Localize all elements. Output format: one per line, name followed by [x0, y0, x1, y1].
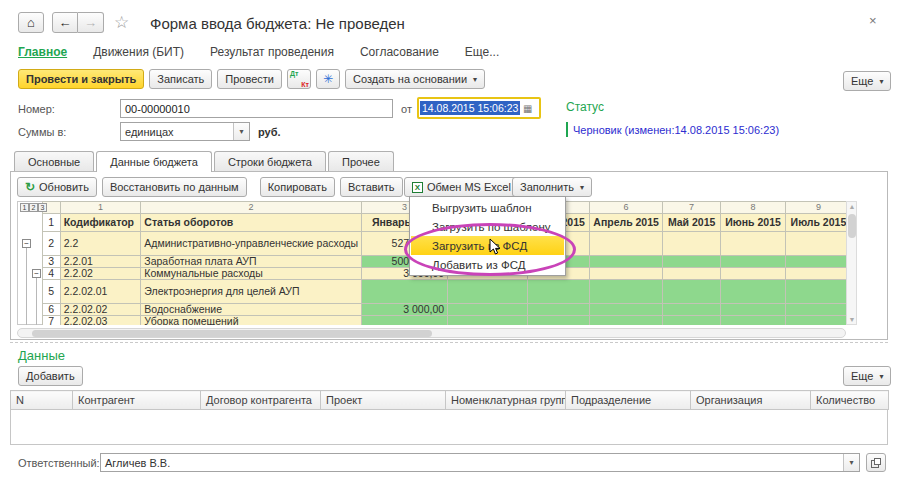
grid-cell-month-3[interactable]	[590, 268, 663, 280]
grid-cell-month-5[interactable]	[721, 232, 785, 256]
tab-0[interactable]: Основные	[14, 151, 94, 171]
grid-cell-month-2[interactable]	[528, 304, 590, 316]
grid-header-8[interactable]: Июль 2015	[785, 214, 851, 232]
post-and-close-button[interactable]: Провести и закрыть	[18, 69, 144, 89]
data-column-header-4[interactable]: Номенклатурная группа	[446, 391, 566, 410]
nav-item-0[interactable]: Главное	[18, 45, 67, 59]
grid-cell-month-3[interactable]	[590, 304, 663, 316]
grid-cell-month-4[interactable]	[662, 304, 720, 316]
grid-cell-month-0[interactable]	[361, 280, 447, 304]
grid-cell-month-4[interactable]	[662, 280, 720, 304]
data-column-header-2[interactable]: Договор контрагента	[201, 391, 321, 410]
grid-horizontal-scrollbar[interactable]	[17, 328, 846, 338]
collapse-expander-icon[interactable]: −	[22, 239, 31, 248]
data-column-header-1[interactable]: Контрагент	[73, 391, 201, 410]
grid-cell-month-6[interactable]	[785, 280, 851, 304]
grid-cell-month-1[interactable]	[448, 304, 528, 316]
grid-level-button-1[interactable]: 1	[20, 203, 29, 212]
nav-item-3[interactable]: Согласование	[360, 45, 439, 59]
grid-cell-code[interactable]: 2.2.02	[60, 268, 141, 280]
nav-item-4[interactable]: Еще...	[465, 45, 499, 59]
number-input[interactable]: 00-00000010	[120, 99, 393, 118]
tab-1[interactable]: Данные бюджета	[96, 151, 212, 172]
grid-header-0[interactable]: Кодификатор	[60, 214, 141, 232]
grid-level-button-2[interactable]: 2	[29, 203, 38, 212]
favorite-star-icon[interactable]: ☆	[114, 12, 129, 33]
grid-col-number-9[interactable]: 9	[785, 202, 851, 214]
more-button[interactable]: Еще▾	[843, 71, 891, 91]
grid-vertical-scrollbar[interactable]: ▲ ▼	[846, 201, 857, 325]
grid-cell-month-6[interactable]	[785, 316, 851, 326]
save-button[interactable]: Записать	[149, 69, 212, 89]
copy-button[interactable]: Копировать	[260, 177, 335, 197]
grid-cell-article[interactable]: Уборка помещений	[141, 316, 362, 326]
grid-header-1[interactable]: Статья оборотов	[141, 214, 362, 232]
grid-cell-code[interactable]: 2.2	[60, 232, 141, 256]
nav-item-2[interactable]: Результат проведения	[210, 45, 334, 59]
grid-cell-article[interactable]: Коммунальные расходы	[141, 268, 362, 280]
grid-cell-month-5[interactable]	[721, 280, 785, 304]
close-icon[interactable]: ×	[869, 13, 877, 28]
nav-item-1[interactable]: Движения (БИТ)	[93, 45, 184, 59]
collapse-expander-icon[interactable]: −	[32, 269, 41, 278]
menu-item-3[interactable]: Добавить из ФСД	[411, 255, 564, 274]
grid-cell-month-0[interactable]	[361, 316, 447, 326]
grid-cell-month-5[interactable]	[721, 256, 785, 268]
grid-col-number-6[interactable]: 6	[590, 202, 663, 214]
explain-button[interactable]: ✳	[316, 69, 340, 89]
grid-header-5[interactable]: Апрель 2015	[590, 214, 663, 232]
grid-cell-month-6[interactable]	[785, 304, 851, 316]
menu-item-0[interactable]: Выгрузить шаблон	[411, 198, 564, 217]
back-button[interactable]: ←	[52, 12, 78, 33]
grid-cell-month-2[interactable]	[528, 280, 590, 304]
home-button[interactable]: ⌂	[18, 12, 44, 33]
grid-cell-code[interactable]: 2.2.02.01	[60, 280, 141, 304]
grid-cell-article[interactable]: Заработная плата АУП	[141, 256, 362, 268]
data-column-header-3[interactable]: Проект	[321, 391, 446, 410]
grid-cell-code[interactable]: 2.2.01	[60, 256, 141, 268]
data-column-header-7[interactable]: Количество	[811, 391, 889, 410]
grid-cell-month-4[interactable]	[662, 268, 720, 280]
open-responsible-button[interactable]	[866, 453, 886, 472]
grid-cell-article[interactable]: Электроэнергия для целей АУП	[141, 280, 362, 304]
grid-header-7[interactable]: Июнь 2015	[721, 214, 785, 232]
grid-cell-month-0[interactable]: 3 000,00	[361, 304, 447, 316]
sums-in-select[interactable]: единицах ▾	[120, 122, 250, 141]
data-column-header-6[interactable]: Организация	[691, 391, 811, 410]
create-based-on-button[interactable]: Создать на основании▾	[345, 69, 485, 89]
grid-cell-month-3[interactable]	[590, 232, 663, 256]
refresh-button[interactable]: ↻Обновить	[17, 177, 97, 197]
grid-cell-month-6[interactable]	[785, 256, 851, 268]
grid-cell-month-5[interactable]	[721, 316, 785, 326]
menu-item-1[interactable]: Загрузить по шаблону	[411, 217, 564, 236]
grid-cell-month-6[interactable]	[785, 232, 851, 256]
add-button[interactable]: Добавить	[18, 366, 83, 386]
grid-cell-month-3[interactable]	[590, 280, 663, 304]
grid-col-number-2[interactable]: 2	[141, 202, 362, 214]
grid-cell-month-1[interactable]	[448, 316, 528, 326]
grid-col-number-7[interactable]: 7	[662, 202, 720, 214]
grid-cell-article[interactable]: Административно-управленческие расходы	[141, 232, 362, 256]
grid-cell-month-2[interactable]	[528, 316, 590, 326]
data-column-header-5[interactable]: Подразделение	[566, 391, 691, 410]
data-table-body-empty[interactable]	[10, 410, 888, 445]
data-column-header-0[interactable]: N	[11, 391, 73, 410]
grid-cell-month-3[interactable]	[590, 256, 663, 268]
paste-button[interactable]: Вставить	[340, 177, 403, 197]
grid-cell-month-3[interactable]	[590, 316, 663, 326]
excel-exchange-button[interactable]: X Обмен MS Excel▾	[404, 177, 529, 197]
dt-kt-postings-button[interactable]: ДтКт	[287, 69, 311, 89]
forward-button[interactable]: →	[78, 12, 104, 33]
date-input[interactable]: 14.08.2015 15:06:23 ▦	[417, 97, 541, 119]
grid-cell-article[interactable]: Водоснабжение	[141, 304, 362, 316]
grid-cell-code[interactable]: 2.2.02.03	[60, 316, 141, 326]
calendar-icon[interactable]: ▦	[520, 103, 535, 114]
grid-cell-code[interactable]: 2.2.02.02	[60, 304, 141, 316]
fill-button[interactable]: Заполнить▾	[512, 177, 592, 197]
grid-cell-month-5[interactable]	[721, 268, 785, 280]
grid-cell-month-1[interactable]	[448, 280, 528, 304]
grid-cell-month-5[interactable]	[721, 304, 785, 316]
grid-cell-month-4[interactable]	[662, 256, 720, 268]
data-more-button[interactable]: Еще▾	[843, 366, 891, 386]
grid-cell-month-6[interactable]	[785, 268, 851, 280]
